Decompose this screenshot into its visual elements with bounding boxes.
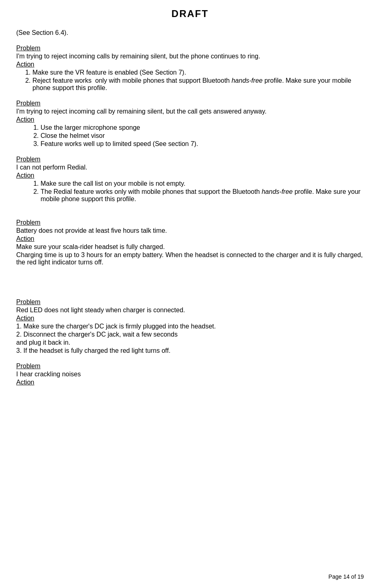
- action-item-2-2: Close the helmet visor: [41, 132, 364, 139]
- page-footer: Page 14 of 19: [328, 573, 364, 580]
- problem-label-1: Problem: [16, 45, 364, 52]
- action-label-2: Action: [16, 116, 364, 123]
- problem-label-5: Problem: [16, 298, 364, 306]
- action-content-3: Make sure the call list on your mobile i…: [16, 180, 364, 203]
- action-item-3-1: Make sure the call list on your mobile i…: [41, 180, 364, 187]
- action-line-4-2: Charging time is up to 3 hours for an em…: [16, 251, 364, 266]
- section-2: Problem I'm trying to reject incoming ca…: [16, 100, 364, 148]
- problem-text-3: I can not perform Redial.: [16, 164, 364, 171]
- section-4: Problem Battery does not provide at leas…: [16, 219, 364, 266]
- action-line-4-1: Make sure your scala-rider headset is fu…: [16, 243, 364, 251]
- problem-text-6: I hear crackling noises: [16, 371, 364, 378]
- action-content-4: Make sure your scala-rider headset is fu…: [16, 243, 364, 266]
- problem-text-1: I'm trying to reject incoming calls by r…: [16, 53, 364, 60]
- action-label-5: Action: [16, 315, 364, 322]
- problem-text-5: Red LED does not light steady when charg…: [16, 307, 364, 314]
- action-item-1-1: Make sure the VR feature is enabled (See…: [32, 69, 364, 76]
- action-label-6: Action: [16, 379, 364, 386]
- action-label-4: Action: [16, 235, 364, 242]
- action-line-5-3: and plug it back in.: [16, 339, 364, 346]
- action-item-1-2: Reject feature works only with mobile ph…: [32, 77, 364, 92]
- action-content-2: Use the larger microphone sponge Close t…: [16, 124, 364, 148]
- section-3: Problem I can not perform Redial. Action…: [16, 156, 364, 203]
- problem-label-2: Problem: [16, 100, 364, 107]
- action-content-1: Make sure the VR feature is enabled (See…: [16, 69, 364, 92]
- action-label-1: Action: [16, 61, 364, 68]
- action-content-5: 1. Make sure the charger's DC jack is fi…: [16, 323, 364, 354]
- action-line-5-2: 2. Disconnect the charger's DC jack, wai…: [16, 331, 364, 338]
- see-section: (See Section 6.4).: [16, 29, 364, 36]
- action-line-5-4: 3. If the headset is fully charged the r…: [16, 347, 364, 354]
- action-item-2-3: Feature works well up to limited speed (…: [41, 140, 364, 148]
- problem-text-4: Battery does not provide at least five h…: [16, 227, 364, 234]
- action-line-5-1: 1. Make sure the charger's DC jack is fi…: [16, 323, 364, 330]
- page-header: DRAFT: [16, 8, 364, 19]
- action-label-3: Action: [16, 172, 364, 179]
- section-5: Problem Red LED does not light steady wh…: [16, 298, 364, 354]
- problem-label-4: Problem: [16, 219, 364, 226]
- section-6: Problem I hear crackling noises Action: [16, 363, 364, 386]
- problem-label-6: Problem: [16, 363, 364, 370]
- action-item-2-1: Use the larger microphone sponge: [41, 124, 364, 131]
- problem-text-2: I'm trying to reject incoming call by re…: [16, 108, 364, 115]
- problem-label-3: Problem: [16, 156, 364, 163]
- section-1: Problem I'm trying to reject incoming ca…: [16, 45, 364, 92]
- action-item-3-2: The Redial feature works only with mobil…: [41, 188, 364, 203]
